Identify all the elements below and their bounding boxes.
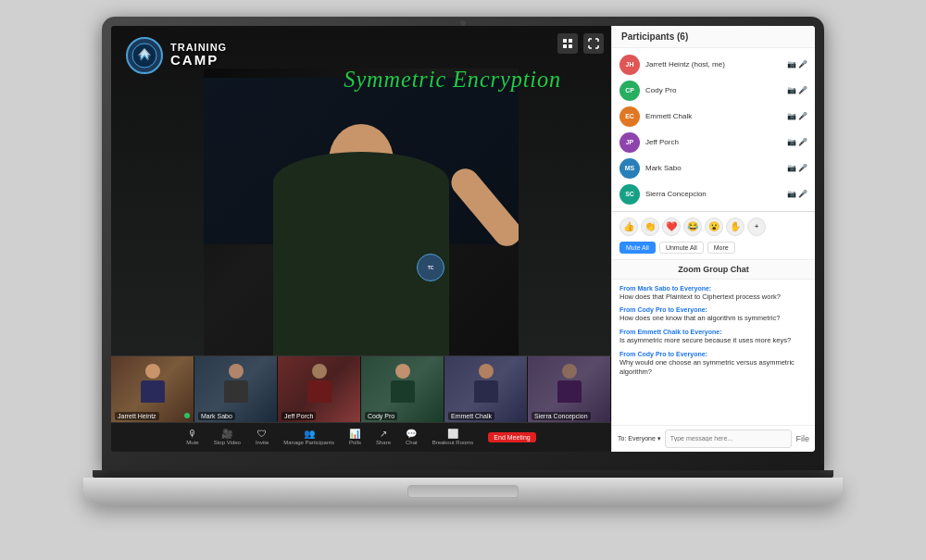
thumb-name-4: Cody Pro xyxy=(365,412,397,420)
participant-list: JH Jarrett Heintz (host, me) 📷 🎤 CP Cody… xyxy=(612,48,815,211)
thumb-name-1: Jarrett Heintz xyxy=(115,412,159,420)
polls-icon: 📊 xyxy=(349,429,360,439)
toolbar-mute[interactable]: 🎙 Mute xyxy=(186,429,198,445)
participant-row: EC Emmett Chalk 📷 🎤 xyxy=(612,104,815,130)
avatar-sierra: SC xyxy=(619,184,640,205)
chat-text-2: How does one know that an algorithm is s… xyxy=(619,314,807,323)
avatar-cody: CP xyxy=(619,81,640,101)
chat-input[interactable] xyxy=(665,429,793,448)
chat-message-4: From Cody Pro to Everyone: Why would one… xyxy=(619,351,807,377)
thumb-name-5: Emmett Chalk xyxy=(448,412,494,420)
screen: TRAINING CAMP xyxy=(111,26,815,452)
chat-message-3: From Emmett Chalk to Everyone: Is asymme… xyxy=(619,329,807,345)
video-icon-5: 📷 xyxy=(787,164,796,172)
mute-icon: 🎙 xyxy=(188,429,197,439)
video-icon: 🎥 xyxy=(221,429,232,439)
invite-label: Invite xyxy=(256,440,269,445)
icons-sierra: 📷 🎤 xyxy=(787,190,807,198)
name-cody: Cody Pro xyxy=(645,86,782,94)
laptop-base xyxy=(83,478,843,505)
participant-row: SC Sierra Concepcion 📷 🎤 xyxy=(612,181,815,207)
avatar-jeff: JP xyxy=(619,132,640,153)
stop-video-label: Stop Video xyxy=(214,440,241,445)
tc-logo-text: TRAINING CAMP xyxy=(170,42,227,68)
icons-jeff: 📷 🎤 xyxy=(787,138,807,146)
mic-icon-5: 🎤 xyxy=(798,164,807,172)
reaction-clap[interactable]: 👏 xyxy=(641,218,659,236)
mute-all-button[interactable]: Mute All xyxy=(619,242,656,254)
toolbar-polls[interactable]: 📊 Polls xyxy=(349,429,361,445)
name-jeff: Jeff Porch xyxy=(645,138,782,146)
fullscreen-button[interactable] xyxy=(583,33,604,54)
reaction-raise-hand[interactable]: ✋ xyxy=(726,218,745,236)
chat-file-button[interactable]: File xyxy=(795,434,809,443)
name-jarrett: Jarrett Heintz (host, me) xyxy=(645,60,782,68)
avatar-mark: MS xyxy=(619,158,640,179)
mic-icon-6: 🎤 xyxy=(798,190,807,198)
reaction-wow[interactable]: 😮 xyxy=(705,218,723,236)
chat-messages: From Mark Sabo to Everyone: How does tha… xyxy=(612,280,815,425)
board-writing: Symmetric Encryption xyxy=(335,44,594,113)
svg-rect-4 xyxy=(569,44,572,48)
mute-label: Mute xyxy=(186,440,198,445)
toolbar-invite[interactable]: 🛡 Invite xyxy=(256,429,269,445)
main-video-area: TRAINING CAMP xyxy=(111,26,611,452)
chat-message-2: From Cody Pro to Everyone: How does one … xyxy=(619,306,807,323)
chat-text-1: How does that Plaintext to Ciphertext pr… xyxy=(619,292,807,302)
mic-icon-2: 🎤 xyxy=(798,86,807,94)
mic-icon-4: 🎤 xyxy=(798,138,807,146)
participants-strip: Jarrett Heintz Mark Sabo xyxy=(111,355,611,422)
toolbar-manage[interactable]: 👥 Manage Participants xyxy=(283,429,334,445)
thumb-emmett: Emmett Chalk xyxy=(444,356,528,422)
active-indicator-1 xyxy=(184,413,190,418)
share-icon: ↗ xyxy=(380,429,387,439)
end-meeting-button[interactable]: End Meeting xyxy=(488,432,535,442)
chat-from-4: From Cody Pro to Everyone: xyxy=(619,351,807,357)
name-sierra: Sierra Concepcion xyxy=(645,190,782,198)
chat-panel: Zoom Group Chat From Mark Sabo to Everyo… xyxy=(612,260,815,452)
video-icon-1: 📷 xyxy=(787,60,796,68)
chat-from-1: From Mark Sabo to Everyone: xyxy=(619,285,807,292)
thumb-name-2: Mark Sabo xyxy=(198,412,235,420)
tc-logo-overlay: TRAINING CAMP xyxy=(126,37,227,74)
video-icon-2: 📷 xyxy=(787,86,796,94)
toolbar-stop-video[interactable]: 🎥 Stop Video xyxy=(214,429,241,445)
polls-label: Polls xyxy=(349,440,361,445)
video-controls-top xyxy=(557,33,604,54)
chat-icon: 💬 xyxy=(406,429,417,439)
shirt-logo: TC xyxy=(417,254,444,281)
zoom-interface: TRAINING CAMP xyxy=(111,26,815,452)
thumb-name-3: Jeff Porch xyxy=(282,412,316,420)
chat-from-3: From Emmett Chalk to Everyone: xyxy=(619,329,807,335)
thumb-jeff: Jeff Porch xyxy=(278,356,361,422)
participant-row: MS Mark Sabo 📷 🎤 xyxy=(612,156,815,181)
breakout-label: Breakout Rooms xyxy=(432,440,474,445)
reaction-heart[interactable]: ❤️ xyxy=(662,218,681,236)
unmute-all-button[interactable]: Unmute All xyxy=(659,242,704,254)
toolbar-chat[interactable]: 💬 Chat xyxy=(406,429,418,445)
right-sidebar: Participants (6) JH Jarrett Heintz (host… xyxy=(611,26,815,452)
reaction-more[interactable]: + xyxy=(747,218,766,236)
toolbar-breakout[interactable]: ⬜ Breakout Rooms xyxy=(432,429,474,445)
video-icon-4: 📷 xyxy=(787,138,796,146)
mic-icon-1: 🎤 xyxy=(798,60,807,68)
chat-label: Chat xyxy=(406,440,418,445)
icons-mark: 📷 🎤 xyxy=(787,164,807,172)
reaction-joy[interactable]: 😂 xyxy=(683,218,702,236)
toolbar-share[interactable]: ↗ Share xyxy=(376,429,391,445)
thumb-mark: Mark Sabo xyxy=(194,356,278,422)
video-icon-3: 📷 xyxy=(787,112,796,120)
svg-text:Symmetric Encryption: Symmetric Encryption xyxy=(344,67,561,92)
reaction-thumbs-up[interactable]: 👍 xyxy=(619,218,638,236)
name-emmett: Emmett Chalk xyxy=(645,112,782,120)
grid-view-button[interactable] xyxy=(557,33,578,54)
name-mark: Mark Sabo xyxy=(645,164,782,172)
laptop-bezel: TRAINING CAMP xyxy=(102,17,824,470)
more-button[interactable]: More xyxy=(707,242,735,254)
mic-icon-3: 🎤 xyxy=(798,112,807,120)
svg-rect-3 xyxy=(563,44,567,48)
icons-emmett: 📷 🎤 xyxy=(787,112,807,120)
invite-icon: 🛡 xyxy=(257,429,267,439)
tc-logo-circle xyxy=(126,37,163,74)
chat-from-2: From Cody Pro to Everyone: xyxy=(619,306,807,313)
